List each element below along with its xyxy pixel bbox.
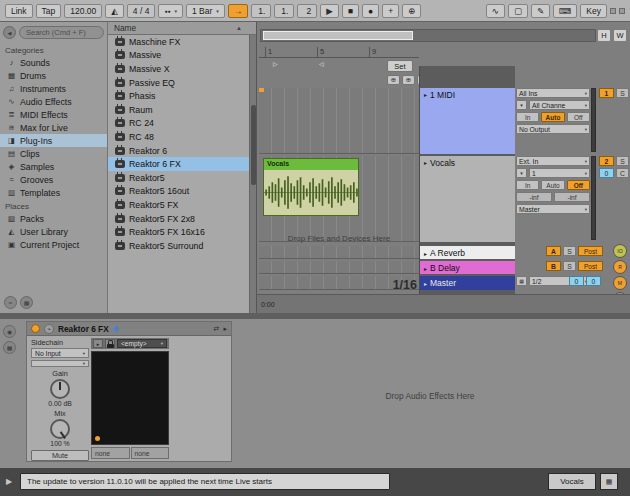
plugin-list-item[interactable]: Reaktor5 FX (108, 198, 256, 212)
unfold-device-icon[interactable]: ▸ (223, 325, 227, 333)
sidebar-item[interactable]: ∿ Audio Effects (0, 95, 107, 108)
track-header-midi[interactable]: ▸1 MIDI (420, 88, 515, 154)
sidebar-item[interactable]: ≈ Grooves (0, 173, 107, 186)
info-view-toggle[interactable]: ▶ (6, 477, 12, 486)
position-beats[interactable]: 1. (274, 4, 294, 18)
plugin-list-item[interactable]: Maschine FX (108, 35, 256, 49)
track-header-vocals[interactable]: ▸Vocals (420, 156, 515, 242)
track-activator[interactable]: 1 (599, 88, 614, 98)
beat-time-ruler[interactable]: 1 5 9 (259, 46, 419, 58)
solo-button[interactable]: S (563, 246, 576, 256)
sidebar-item[interactable]: ▤ Clips (0, 147, 107, 160)
plugin-list-item[interactable]: Reaktor 6 FX (108, 157, 256, 171)
output-type-chooser[interactable]: Master▾ (516, 204, 590, 214)
draw-mode-button[interactable]: ▢ (508, 4, 528, 18)
pre-post-toggle[interactable]: Post (578, 246, 603, 256)
plugin-list-item[interactable]: Reaktor5 (108, 171, 256, 185)
mute-button[interactable]: Mute (31, 450, 89, 461)
pan-field[interactable]: 0 (586, 276, 601, 286)
monitor-in-button[interactable]: In (516, 180, 539, 190)
device-activator-button[interactable] (31, 324, 40, 333)
fold-icon[interactable]: ▸ (424, 265, 427, 272)
parameter-slot[interactable]: none (131, 447, 170, 459)
clip-title[interactable]: Vocals (264, 159, 358, 170)
return-a-lane[interactable] (259, 246, 419, 259)
output-type-chooser[interactable]: No Output▾ (516, 124, 590, 134)
fold-icon[interactable]: ▸ (424, 91, 427, 152)
monitor-auto-button[interactable]: Auto (541, 112, 564, 122)
sidebar-item[interactable]: ▧ Packs (0, 212, 107, 225)
monitor-off-button[interactable]: Off (567, 180, 590, 190)
monitor-off-button[interactable]: Off (567, 112, 590, 122)
plugin-list-item[interactable]: Massive X (108, 62, 256, 76)
clip-view-button[interactable]: ▦ (3, 341, 16, 354)
capture-midi-button[interactable]: ⊕ (402, 4, 421, 18)
device-title-bar[interactable]: ⌁ Reaktor 6 FX ◆ ⇄ ▸ (27, 322, 231, 336)
computer-midi-keyboard-button[interactable]: ⌨ (553, 4, 577, 18)
overdub-button[interactable]: + (382, 4, 399, 18)
record-button[interactable]: ● (362, 4, 379, 18)
volume-field[interactable]: 0 (569, 276, 584, 286)
play-button[interactable]: ▶ (320, 4, 339, 18)
mix-knob[interactable] (50, 419, 70, 439)
quantize-value-menu[interactable]: 1 Bar▾ (186, 4, 225, 18)
clip-waveform-area[interactable] (264, 170, 358, 215)
position-sixteenths[interactable]: 2 (297, 4, 317, 18)
sidebar-item[interactable]: ♪ Sounds (0, 56, 107, 69)
midi-track-lane[interactable] (259, 88, 419, 154)
plugin-list-item[interactable]: Massive (108, 49, 256, 63)
sidechain-channel-chooser[interactable]: ▾ (31, 360, 89, 367)
metronome-button[interactable]: ◭ (105, 4, 124, 18)
toggle-in-out-section[interactable]: IO (613, 244, 627, 258)
sidebar-item[interactable]: ▥ Templates (0, 186, 107, 199)
sidebar-item[interactable]: ◨ Plug-Ins (0, 134, 107, 147)
return-b-lane[interactable] (259, 261, 419, 274)
monitor-auto-button[interactable]: Auto (541, 180, 564, 190)
plugin-list-item[interactable]: Reaktor 6 (108, 144, 256, 158)
solo-button[interactable]: S (563, 261, 576, 271)
device-view-button[interactable]: ◉ (3, 325, 16, 338)
input-channel-chooser[interactable]: All Channe▾ (529, 100, 590, 110)
stop-button[interactable]: ■ (342, 4, 359, 18)
follow-button[interactable]: → (228, 4, 249, 18)
optimize-height-button[interactable]: H (597, 29, 611, 42)
meter-peak-left[interactable]: -inf (516, 192, 552, 202)
volume-field[interactable]: 0 (599, 168, 614, 178)
plugin-edit-button[interactable]: ⌁ (44, 324, 54, 334)
edit-pencil-button[interactable]: ✎ (531, 4, 550, 18)
automation-arm-button[interactable]: ∿ (486, 4, 505, 18)
input-type-chooser[interactable]: Ext. In▾ (516, 156, 590, 166)
file-manager-button[interactable]: ▦ (20, 296, 33, 309)
track-header-return-b[interactable]: ▸B Delay (420, 261, 515, 274)
fold-icon[interactable]: ▸ (424, 159, 427, 240)
overview-viewport[interactable] (263, 31, 413, 40)
track-activator[interactable]: B (546, 261, 561, 271)
arrangement-overview[interactable] (260, 29, 596, 42)
plugin-list-item[interactable]: Raum (108, 103, 256, 117)
preset-lock-button[interactable] (105, 339, 115, 348)
tap-tempo-button[interactable]: Tap (36, 4, 62, 18)
link-button[interactable]: Link (5, 4, 33, 18)
quantization-menu[interactable]: ●●▾ (158, 4, 183, 18)
solo-button[interactable]: S (616, 88, 629, 98)
input-channel-chooser[interactable]: 1▾ (529, 168, 590, 178)
track-header-return-a[interactable]: ▸A Reverb (420, 246, 515, 259)
pre-post-toggle[interactable]: Post (578, 261, 603, 271)
search-input[interactable] (19, 26, 104, 39)
track-io-indicator[interactable]: ▦ (600, 473, 618, 490)
browser-scrollbar[interactable] (249, 35, 256, 313)
plugin-list-item[interactable]: Reaktor5 FX 16x16 (108, 225, 256, 239)
plugin-list-item[interactable]: Reaktor5 16out (108, 185, 256, 199)
browser-collapse-button[interactable]: ◀ (3, 26, 16, 39)
groove-pool-button[interactable]: ≈ (4, 296, 17, 309)
plugin-list-item[interactable]: Reaktor5 Surround (108, 239, 256, 253)
tempo-display[interactable]: 120.00 (64, 4, 102, 18)
plugin-list-item[interactable]: RC 48 (108, 130, 256, 144)
arrangement-bottom-strip[interactable]: 0:00 (257, 294, 630, 313)
solo-button[interactable]: S (616, 156, 629, 166)
sidebar-item[interactable]: ◭ User Library (0, 225, 107, 238)
vocals-audio-clip[interactable]: Vocals (263, 158, 359, 216)
plugin-list-item[interactable]: Reaktor5 FX 2x8 (108, 212, 256, 226)
sidebar-item[interactable]: ≣ MIDI Effects (0, 108, 107, 121)
plugin-list-item[interactable]: Phasis (108, 89, 256, 103)
